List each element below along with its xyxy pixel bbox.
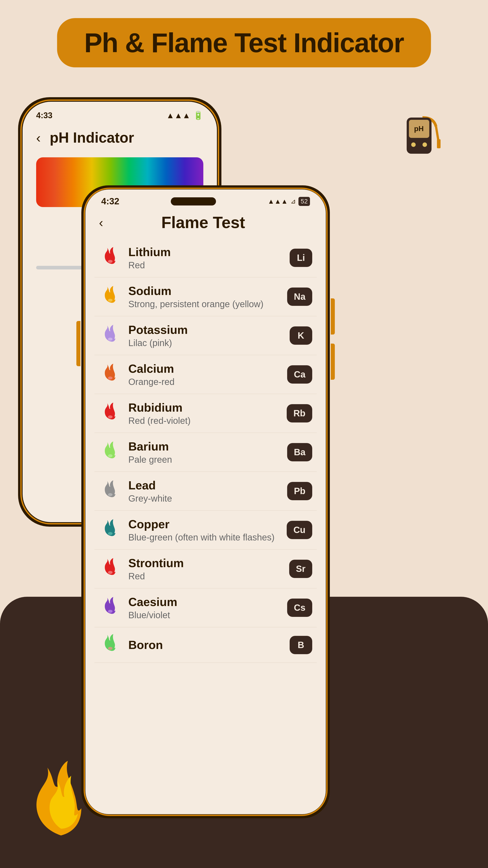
element-symbol-badge: B bbox=[290, 636, 312, 654]
power-button[interactable] bbox=[331, 298, 335, 335]
svg-point-8 bbox=[108, 299, 112, 302]
element-color: Grey-white bbox=[128, 493, 287, 504]
list-item[interactable]: Strontium Red Sr bbox=[94, 550, 317, 588]
list-item[interactable]: Rubidium Red (red-violet) Rb bbox=[94, 394, 317, 433]
element-info: Strontium Red bbox=[128, 556, 289, 581]
flame-icon bbox=[99, 247, 122, 269]
element-name: Lithium bbox=[128, 245, 290, 259]
battery-icon: 🔋 bbox=[193, 111, 203, 120]
svg-point-5 bbox=[411, 143, 416, 147]
svg-point-7 bbox=[108, 260, 112, 263]
svg-point-13 bbox=[108, 493, 112, 496]
element-info: Boron bbox=[128, 638, 290, 652]
flame-time: 4:32 bbox=[101, 196, 119, 206]
svg-point-14 bbox=[108, 532, 112, 535]
svg-point-10 bbox=[108, 376, 112, 379]
flame-icon bbox=[99, 597, 122, 619]
flame-icon bbox=[99, 558, 122, 580]
element-symbol-badge: Na bbox=[287, 287, 312, 306]
list-item[interactable]: Barium Pale green Ba bbox=[94, 433, 317, 472]
element-list: Lithium Red Li Sodium Strong, persistent… bbox=[86, 236, 326, 665]
svg-point-9 bbox=[108, 338, 112, 340]
element-symbol-badge: Rb bbox=[287, 404, 312, 423]
flame-test-phone: 4:32 ▲▲▲ ⊿ 52 ‹ Flame Test Lithium Red L… bbox=[81, 185, 330, 818]
volume-button[interactable] bbox=[76, 321, 80, 366]
flame-phone-screen: 4:32 ▲▲▲ ⊿ 52 ‹ Flame Test Lithium Red L… bbox=[86, 189, 326, 814]
element-name: Calcium bbox=[128, 362, 287, 375]
element-name: Strontium bbox=[128, 556, 289, 570]
ph-screen-title: pH Indicator bbox=[50, 129, 134, 146]
element-symbol-badge: Cs bbox=[287, 598, 312, 617]
element-symbol-badge: Pb bbox=[287, 482, 312, 500]
element-color: Strong, persistent orange (yellow) bbox=[128, 299, 287, 309]
svg-point-12 bbox=[108, 454, 112, 457]
element-color: Pale green bbox=[128, 455, 287, 465]
element-name: Lead bbox=[128, 478, 287, 492]
list-item[interactable]: Sodium Strong, persistent orange (yellow… bbox=[94, 277, 317, 316]
element-symbol-badge: Li bbox=[290, 249, 312, 267]
element-info: Lithium Red bbox=[128, 245, 290, 270]
flame-icon bbox=[99, 519, 122, 541]
signal-icon: ▲▲▲ bbox=[166, 111, 191, 120]
app-title: Ph & Flame Test Indicator bbox=[84, 27, 404, 58]
element-color: Lilac (pink) bbox=[128, 338, 290, 348]
list-item[interactable]: Lead Grey-white Pb bbox=[94, 472, 317, 510]
svg-point-6 bbox=[422, 143, 427, 147]
element-symbol-badge: Ca bbox=[287, 365, 312, 383]
flame-test-header: ‹ Flame Test bbox=[86, 206, 326, 236]
element-color: Orange-red bbox=[128, 377, 287, 387]
flame-back-button[interactable]: ‹ bbox=[99, 215, 103, 230]
flame-screen-title: Flame Test bbox=[112, 213, 294, 232]
svg-line-0 bbox=[436, 127, 438, 140]
element-color: Red bbox=[128, 571, 289, 581]
element-info: Caesium Blue/violet bbox=[128, 595, 287, 620]
element-symbol-badge: Ba bbox=[287, 443, 312, 461]
element-info: Potassium Lilac (pink) bbox=[128, 323, 290, 348]
phone-notch-pill bbox=[171, 197, 216, 206]
ph-back-button[interactable]: ‹ bbox=[36, 130, 41, 146]
flame-icon bbox=[99, 634, 122, 656]
flame-icon bbox=[99, 480, 122, 502]
element-symbol-badge: K bbox=[290, 327, 312, 345]
svg-point-15 bbox=[108, 571, 112, 574]
element-color: Red (red-violet) bbox=[128, 416, 287, 426]
silent-button[interactable] bbox=[331, 344, 335, 380]
element-info: Copper Blue-green (often with white flas… bbox=[128, 518, 287, 542]
flame-icon bbox=[99, 286, 122, 308]
element-color: Blue/violet bbox=[128, 610, 287, 620]
element-info: Calcium Orange-red bbox=[128, 362, 287, 387]
element-name: Sodium bbox=[128, 284, 287, 298]
element-info: Barium Pale green bbox=[128, 440, 287, 465]
flame-icon bbox=[99, 403, 122, 424]
element-info: Lead Grey-white bbox=[128, 478, 287, 504]
battery-status-icon: 52 bbox=[298, 197, 310, 206]
element-info: Rubidium Red (red-violet) bbox=[128, 401, 287, 426]
svg-rect-1 bbox=[437, 139, 441, 148]
element-info: Sodium Strong, persistent orange (yellow… bbox=[128, 284, 287, 309]
list-item[interactable]: Calcium Orange-red Ca bbox=[94, 355, 317, 394]
ph-time: 4:33 bbox=[36, 111, 53, 120]
list-item[interactable]: Potassium Lilac (pink) K bbox=[94, 316, 317, 355]
element-name: Potassium bbox=[128, 323, 290, 337]
svg-text:pH: pH bbox=[414, 125, 424, 133]
flame-icon bbox=[99, 441, 122, 463]
svg-point-11 bbox=[108, 415, 112, 418]
list-item[interactable]: Caesium Blue/violet Cs bbox=[94, 588, 317, 627]
ph-header: ‹ pH Indicator bbox=[23, 125, 217, 151]
status-icons: ▲▲▲ ⊿ 52 bbox=[268, 197, 310, 206]
list-item[interactable]: Lithium Red Li bbox=[94, 239, 317, 277]
ph-status-bar: 4:33 ▲▲▲ 🔋 bbox=[23, 102, 217, 125]
element-color: Red bbox=[128, 260, 290, 270]
title-banner: Ph & Flame Test Indicator bbox=[57, 18, 431, 67]
wifi-icon: ⊿ bbox=[291, 197, 296, 205]
ph-meter-device: pH bbox=[398, 113, 443, 176]
flame-icon bbox=[99, 325, 122, 346]
element-name: Copper bbox=[128, 518, 287, 531]
flame-icon bbox=[99, 364, 122, 385]
element-symbol-badge: Cu bbox=[287, 521, 312, 539]
list-item[interactable]: Copper Blue-green (often with white flas… bbox=[94, 510, 317, 550]
flame-status-bar: 4:32 ▲▲▲ ⊿ 52 bbox=[86, 189, 326, 206]
list-item[interactable]: Boron B bbox=[94, 627, 317, 663]
signal-bars-icon: ▲▲▲ bbox=[268, 197, 288, 205]
svg-point-17 bbox=[108, 647, 112, 650]
